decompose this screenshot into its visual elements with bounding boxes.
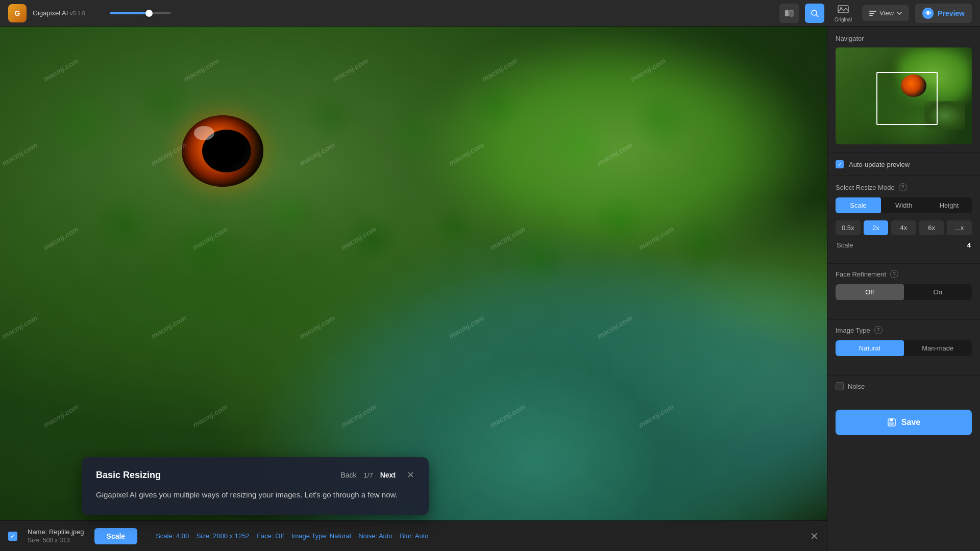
noise-settings-label: Noise bbox=[848, 383, 865, 390]
lizard-image: macmj.commacmj.commacmj.commacmj.commacm… bbox=[0, 27, 827, 520]
svg-rect-6 bbox=[869, 11, 876, 12]
face-refinement-on-button[interactable]: On bbox=[904, 284, 972, 300]
scale-row-value: 4 bbox=[967, 241, 971, 249]
file-dimensions: Size: 500 x 313 bbox=[28, 537, 84, 544]
bottom-meta-info: Scale: 4.00 Size: 2000 x 1252 Face: Off … bbox=[156, 532, 428, 540]
scale-0-5x-button[interactable]: 0.5x bbox=[836, 220, 861, 235]
preview-icon: 👁 bbox=[922, 8, 934, 19]
lizard-scales-texture bbox=[0, 27, 827, 520]
scale-2x-button[interactable]: 2x bbox=[864, 220, 889, 235]
svg-rect-8 bbox=[869, 15, 873, 16]
preview-label: Preview bbox=[938, 9, 965, 17]
divider-2 bbox=[827, 319, 980, 320]
tab-height[interactable]: Height bbox=[926, 197, 972, 213]
svg-rect-1 bbox=[790, 10, 793, 16]
tutorial-progress: 1/7 bbox=[364, 471, 373, 479]
scale-4x-button[interactable]: 4x bbox=[891, 220, 916, 235]
svg-rect-0 bbox=[785, 10, 789, 16]
resize-mode-section: Select Resize Mode ? Scale Width Height … bbox=[827, 176, 980, 257]
scale-6x-button[interactable]: 6x bbox=[919, 220, 944, 235]
face-refinement-toggle: Off On bbox=[836, 284, 972, 300]
scale-options-group: 0.5x 2x 4x 6x ...x bbox=[836, 220, 972, 235]
bottom-bar: ✓ Name: Reptile.jpeg Size: 500 x 313 Sca… bbox=[0, 520, 827, 551]
navigator-thumbnail[interactable] bbox=[836, 47, 972, 144]
zoom-fit-button[interactable] bbox=[805, 4, 824, 23]
noise-label: Noise: bbox=[358, 532, 377, 540]
noise-value: Auto bbox=[379, 532, 393, 540]
tutorial-title: Basic Resizing bbox=[96, 470, 161, 481]
tutorial-header: Basic Resizing Back 1/7 Next ✕ bbox=[96, 469, 414, 481]
image-type-label: Image Type bbox=[836, 327, 870, 334]
tutorial-close-button[interactable]: ✕ bbox=[407, 469, 414, 481]
compare-view-button[interactable] bbox=[779, 4, 799, 23]
view-label: View bbox=[879, 9, 894, 17]
image-type-natural-button[interactable]: Natural bbox=[836, 340, 904, 356]
file-select-checkbox[interactable]: ✓ bbox=[8, 532, 17, 541]
noise-checkbox[interactable] bbox=[836, 382, 844, 390]
main-layout: macmj.commacmj.commacmj.commacmj.commacm… bbox=[0, 27, 980, 551]
image-type-toggle: Natural Man-made bbox=[836, 340, 972, 356]
noise-section: Noise bbox=[827, 382, 980, 402]
output-size-info: Size: 2000 x 1252 bbox=[197, 532, 250, 540]
zoom-handle[interactable] bbox=[145, 10, 153, 17]
face-refinement-header: Face Refinement ? bbox=[836, 270, 972, 278]
resize-mode-tabs: Scale Width Height bbox=[836, 197, 972, 213]
svg-rect-7 bbox=[869, 13, 874, 14]
tab-width[interactable]: Width bbox=[881, 197, 926, 213]
navigator-section: Navigator bbox=[827, 27, 980, 153]
resize-mode-header: Select Resize Mode ? bbox=[836, 183, 972, 191]
tab-scale[interactable]: Scale bbox=[836, 197, 881, 213]
topbar: G Gigapixel AI v5.1.0 Original bbox=[0, 0, 980, 27]
image-type-info: Image Type: Natural bbox=[291, 532, 351, 540]
svg-rect-10 bbox=[890, 419, 893, 421]
face-info: Face: Off bbox=[257, 532, 284, 540]
file-info: Name: Reptile.jpeg Size: 500 x 313 bbox=[28, 528, 84, 544]
face-refinement-help-icon[interactable]: ? bbox=[890, 270, 898, 278]
file-name: Name: Reptile.jpeg bbox=[28, 528, 84, 536]
tutorial-next-button[interactable]: Next bbox=[380, 471, 396, 479]
app-logo: G bbox=[8, 4, 27, 22]
svg-rect-11 bbox=[889, 422, 894, 425]
tutorial-back-button[interactable]: Back bbox=[340, 471, 356, 479]
bottom-close-button[interactable]: ✕ bbox=[810, 530, 819, 542]
image-type-help-icon[interactable]: ? bbox=[874, 326, 883, 334]
tutorial-nav: Back 1/7 Next ✕ bbox=[340, 469, 414, 481]
navigator-title: Navigator bbox=[836, 35, 972, 42]
auto-preview-row: ✓ Auto-update preview bbox=[827, 153, 980, 176]
navigator-selection-box[interactable] bbox=[876, 72, 938, 126]
zoom-slider[interactable] bbox=[110, 12, 171, 14]
save-button[interactable]: Save bbox=[836, 410, 972, 435]
view-button[interactable]: View bbox=[862, 5, 909, 21]
svg-line-3 bbox=[816, 15, 818, 17]
image-area[interactable]: macmj.commacmj.commacmj.commacmj.commacm… bbox=[0, 27, 827, 551]
divider-1 bbox=[827, 263, 980, 264]
tutorial-popup: Basic Resizing Back 1/7 Next ✕ Gigapixel… bbox=[82, 457, 429, 515]
scale-button[interactable]: Scale bbox=[94, 528, 138, 544]
resize-mode-label: Select Resize Mode bbox=[836, 184, 895, 191]
original-label: Original bbox=[835, 17, 852, 22]
app-name: Gigapixel AI v5.1.0 bbox=[33, 9, 85, 17]
face-refinement-off-button[interactable]: Off bbox=[836, 284, 904, 300]
blur-label: Blur: bbox=[400, 532, 413, 540]
scale-custom-button[interactable]: ...x bbox=[947, 220, 972, 235]
scale-info: Scale: 4.00 bbox=[156, 532, 189, 540]
blur-value: Auto bbox=[415, 532, 429, 540]
preview-button[interactable]: 👁 Preview bbox=[915, 4, 972, 23]
save-icon bbox=[887, 418, 896, 427]
divider-3 bbox=[827, 375, 980, 376]
image-type-header: Image Type ? bbox=[836, 326, 972, 334]
save-label: Save bbox=[901, 418, 920, 427]
resize-mode-help-icon[interactable]: ? bbox=[899, 183, 907, 191]
auto-preview-label: Auto-update preview bbox=[849, 161, 910, 168]
image-type-section: Image Type ? Natural Man-made bbox=[827, 326, 980, 369]
scale-value-row: Scale 4 bbox=[836, 241, 972, 249]
original-icon bbox=[838, 4, 849, 16]
face-refinement-label: Face Refinement bbox=[836, 270, 886, 278]
original-button[interactable]: Original bbox=[830, 2, 856, 24]
image-type-manmade-button[interactable]: Man-made bbox=[904, 340, 972, 356]
tutorial-body: Gigapixel AI gives you multiple ways of … bbox=[96, 489, 414, 501]
auto-preview-checkbox[interactable]: ✓ bbox=[836, 160, 844, 168]
face-refinement-section: Face Refinement ? Off On bbox=[827, 270, 980, 313]
zoom-slider-container bbox=[110, 12, 171, 14]
scale-row-label: Scale bbox=[837, 241, 853, 249]
